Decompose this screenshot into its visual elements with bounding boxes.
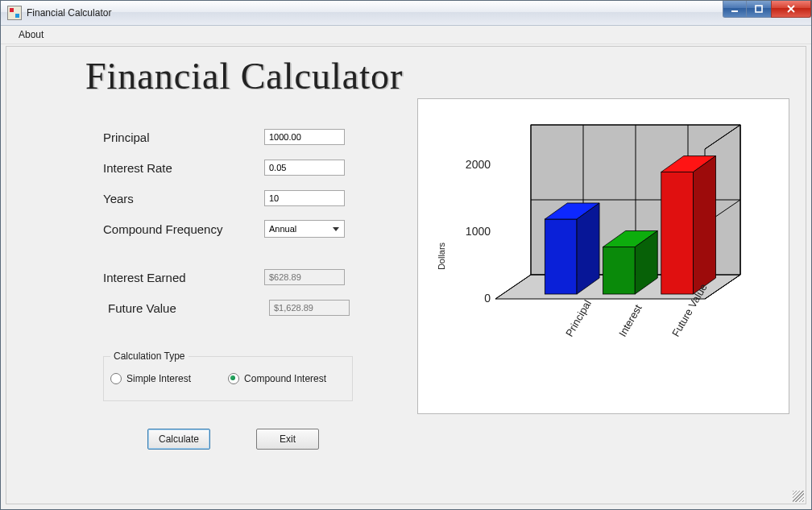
radio-compound-label: Compound Interest xyxy=(244,373,326,384)
frequency-select[interactable]: Annual xyxy=(264,220,345,238)
radio-simple-label: Simple Interest xyxy=(126,373,191,384)
app-icon xyxy=(7,6,22,20)
exit-button[interactable]: Exit xyxy=(256,429,319,450)
svg-marker-20 xyxy=(577,203,599,294)
calculation-type-group: Calculation Type Simple Interest Compoun… xyxy=(103,356,353,401)
label-rate: Interest Rate xyxy=(103,161,264,175)
radio-icon xyxy=(228,373,239,384)
label-years: Years xyxy=(103,192,264,205)
radio-icon xyxy=(110,373,122,384)
maximize-button[interactable] xyxy=(746,1,772,18)
principal-input[interactable] xyxy=(264,129,345,145)
menubar: About xyxy=(1,26,811,44)
resize-grip[interactable] xyxy=(793,491,804,502)
minimize-button[interactable] xyxy=(723,1,747,18)
svg-rect-18 xyxy=(545,219,577,294)
group-title: Calculation Type xyxy=(110,350,188,362)
svg-rect-21 xyxy=(603,247,636,294)
ytick-2: 2000 xyxy=(466,158,491,171)
menu-about[interactable]: About xyxy=(12,27,50,42)
rate-input[interactable] xyxy=(264,160,345,176)
chart-ylabel: Dollars xyxy=(437,243,446,270)
interest-earned-output xyxy=(264,269,345,285)
svg-rect-0 xyxy=(731,10,738,12)
chart-plot xyxy=(495,110,776,336)
label-freq: Compound Frequency xyxy=(103,222,264,236)
label-principal: Principal xyxy=(103,131,264,144)
page-title: Financial Calculator xyxy=(85,55,403,97)
svg-rect-1 xyxy=(756,6,762,12)
client-area: Financial Calculator Principal Interest … xyxy=(6,46,806,504)
svg-rect-24 xyxy=(661,172,694,294)
radio-compound-interest[interactable]: Compound Interest xyxy=(228,373,326,384)
label-future-value: Future Value xyxy=(103,301,269,315)
titlebar: Financial Calculator xyxy=(1,1,811,26)
window-title: Financial Calculator xyxy=(27,7,111,19)
years-input[interactable] xyxy=(264,190,345,206)
label-interest-earned: Interest Earned xyxy=(103,271,264,284)
radio-simple-interest[interactable]: Simple Interest xyxy=(110,373,191,384)
svg-marker-26 xyxy=(694,156,716,294)
ytick-1: 1000 xyxy=(466,225,491,238)
frequency-value: Annual xyxy=(269,224,296,234)
close-button[interactable] xyxy=(771,1,811,18)
chart-panel: Dollars 0 1000 2000 Principal Interest F… xyxy=(417,98,789,414)
ytick-0: 0 xyxy=(484,292,491,305)
future-value-output xyxy=(269,300,350,316)
input-form: Principal Interest Rate Years Compound F… xyxy=(103,127,369,329)
calculate-button[interactable]: Calculate xyxy=(147,429,210,450)
